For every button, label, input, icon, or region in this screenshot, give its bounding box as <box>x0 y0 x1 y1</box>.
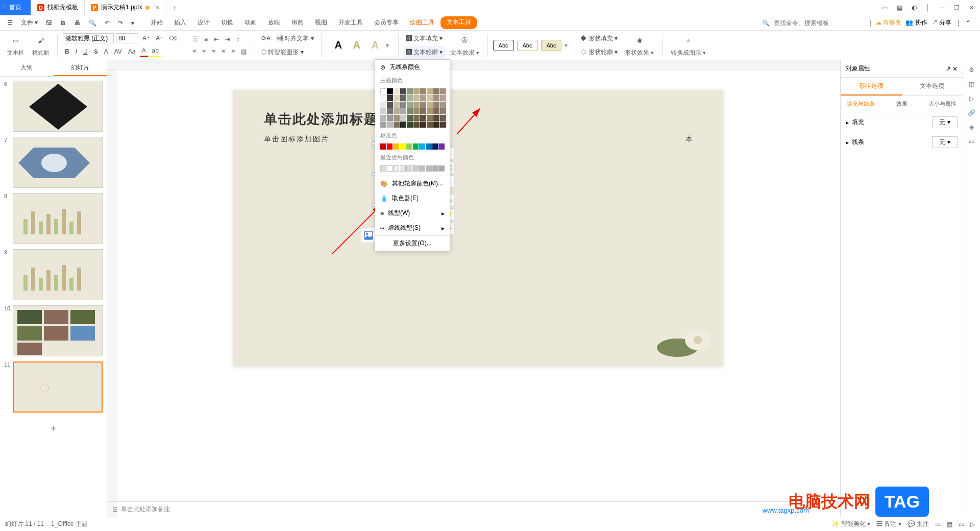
prop-popout-icon[interactable]: ↗ <box>946 65 951 73</box>
menu-drawtools[interactable]: 绘图工具 <box>405 16 439 29</box>
dd-eyedropper[interactable]: 💧取色器(E) <box>375 191 450 206</box>
file-menu[interactable]: 文件 ▾ <box>18 16 41 29</box>
theme-color-grid[interactable] <box>375 86 450 130</box>
search-icon[interactable]: 🔍 <box>762 19 770 27</box>
dd-more-settings[interactable]: 更多设置(O)... <box>375 236 450 251</box>
case-icon[interactable]: Aa <box>126 46 138 57</box>
prop-line-row[interactable]: ▸线条 无 ▾ <box>841 132 963 152</box>
undo-icon[interactable]: ↶ <box>102 17 113 29</box>
prop-fill-combo[interactable]: 无 ▾ <box>932 116 958 128</box>
tool-style-icon[interactable]: ◫ <box>969 81 974 88</box>
menu-insert[interactable]: 插入 <box>169 16 191 29</box>
apps-icon[interactable]: ▦ <box>895 2 904 13</box>
slide-canvas[interactable]: 单击此处添加标题 单击图标添加图片 本 ® − ◫ <box>233 90 723 366</box>
smartart-button[interactable]: ⬡ 转智能图形 ▾ <box>259 46 306 58</box>
style-preset-1[interactable]: Abc <box>493 40 514 51</box>
slide-thumb-7[interactable] <box>13 137 103 188</box>
font-size-combo[interactable]: 80 <box>116 33 138 43</box>
redo-icon[interactable]: ↷ <box>115 17 126 29</box>
slide-thumb-8[interactable] <box>13 193 103 244</box>
share-icon[interactable]: ↗ 分享 <box>932 18 951 27</box>
recent-color-row[interactable] <box>375 163 450 174</box>
menu-animations[interactable]: 动画 <box>239 16 262 29</box>
menu-design[interactable]: 设计 <box>192 16 215 29</box>
style-preset-3[interactable]: Abc <box>541 40 562 51</box>
print-icon[interactable]: 🖶 <box>71 17 84 29</box>
highlight-icon[interactable]: ab <box>150 45 161 57</box>
cloud-modify-icon[interactable]: ☁ 有修改 <box>875 18 901 27</box>
close-window-icon[interactable]: ✕ <box>967 2 976 13</box>
slide-thumb-10[interactable] <box>13 305 103 356</box>
underline-icon[interactable]: U <box>81 46 90 57</box>
slide-thumb-9[interactable] <box>13 249 103 300</box>
font-family-combo[interactable]: 微软雅黑 (正文) <box>63 33 114 43</box>
tab-templates[interactable]: D 找稻壳模板 <box>31 0 85 15</box>
distribute-icon[interactable]: ≡ <box>229 46 237 57</box>
layout-mode-icon[interactable]: ▭ <box>880 2 890 13</box>
prop-sub-effect[interactable]: 效果 <box>881 96 922 112</box>
font-color-icon[interactable]: A <box>140 45 148 57</box>
dd-no-line[interactable]: ⊘无线条颜色 <box>375 60 450 75</box>
menu-texttools[interactable]: 文本工具 <box>440 16 477 29</box>
shape-fill-button[interactable]: ◆ 形状填充 ▾ <box>578 33 620 44</box>
align-center-icon[interactable]: ≡ <box>200 46 208 57</box>
bullets-icon[interactable]: ☰ <box>190 34 200 44</box>
shape-outline-button[interactable]: ◇ 形状轮廓 ▾ <box>578 46 620 58</box>
notes-area[interactable]: ☰ 单击此处添加备注 <box>107 501 840 517</box>
view-sorter-icon[interactable]: ▦ <box>947 521 952 528</box>
standard-color-row[interactable] <box>375 141 450 152</box>
view-slideshow-icon[interactable]: ▷ <box>970 521 975 528</box>
text-outline-button[interactable]: 🅰 文本轮廓 ▾ <box>404 46 445 58</box>
minimize-icon[interactable]: — <box>937 2 947 13</box>
columns-icon[interactable]: ▥ <box>239 46 249 57</box>
strike-icon[interactable]: S̶ <box>92 46 100 57</box>
view-normal-icon[interactable]: ▭ <box>935 521 941 528</box>
menu-vip[interactable]: 会员专享 <box>369 16 404 29</box>
prop-fill-row[interactable]: ▸填充 无 ▾ <box>841 112 963 132</box>
align-right-icon[interactable]: ≡ <box>210 46 217 57</box>
increase-font-icon[interactable]: A⁺ <box>140 33 152 43</box>
menu-view[interactable]: 视图 <box>310 16 332 29</box>
collapse-panel-icon[interactable]: « <box>2 2 6 9</box>
slide-title-placeholder[interactable]: 单击此处添加标题 <box>264 110 378 128</box>
prop-sub-size[interactable]: 大小与属性 <box>922 96 963 112</box>
insert-image-icon[interactable] <box>361 228 376 243</box>
indent-inc-icon[interactable]: ⇥ <box>223 34 232 44</box>
tool-layout-icon[interactable]: ◈ <box>969 124 974 131</box>
menu-icon[interactable]: ☰ <box>4 17 16 29</box>
prop-close-icon[interactable]: ✕ <box>952 65 958 73</box>
textbox-icon[interactable]: ▭ <box>9 34 23 48</box>
linespacing-icon[interactable]: ↕ <box>234 34 241 44</box>
wordart-gallery[interactable]: A A A ▾ <box>327 38 393 53</box>
comments-toggle[interactable]: 💬 批注 <box>908 520 929 528</box>
menu-start[interactable]: 开始 <box>145 16 168 29</box>
new-slide-button[interactable]: + <box>4 418 103 440</box>
tab-close-icon[interactable]: × <box>156 4 160 12</box>
dd-line-type[interactable]: ≡线型(W)▸ <box>375 206 450 221</box>
view-reading-icon[interactable]: ▭ <box>959 521 964 528</box>
preview-icon[interactable]: 🔍 <box>86 17 100 29</box>
bold-icon[interactable]: B <box>63 46 71 57</box>
cooperate-icon[interactable]: 👥 协作 <box>905 18 927 27</box>
menu-review[interactable]: 审阅 <box>286 16 309 29</box>
menu-slideshow[interactable]: 放映 <box>263 16 285 29</box>
indent-dec-icon[interactable]: ⇤ <box>212 34 221 44</box>
tool-link-icon[interactable]: 🔗 <box>968 109 975 116</box>
text-fill-button[interactable]: 🅰 文本填充 ▾ <box>404 33 445 44</box>
slides-tab[interactable]: 幻灯片 <box>54 60 107 76</box>
text-effect-icon[interactable]: Ⓐ <box>457 33 472 47</box>
slide-subtitle-placeholder[interactable]: 单击图标添加图片 <box>264 135 329 144</box>
prop-line-combo[interactable]: 无 ▾ <box>932 136 958 148</box>
more-menu-icon[interactable]: ⋮ <box>955 19 962 27</box>
italic-icon[interactable]: I <box>74 46 79 57</box>
menu-developer[interactable]: 开发工具 <box>333 16 368 29</box>
menu-transitions[interactable]: 切换 <box>216 16 238 29</box>
slide-thumb-11[interactable] <box>13 361 103 413</box>
user-avatar[interactable]: ◐ <box>910 2 919 13</box>
outline-tab[interactable]: 大纲 <box>0 60 54 76</box>
prop-sub-fill[interactable]: 填充与线条 <box>841 96 881 112</box>
prop-tab-text[interactable]: 文本选项 <box>902 78 963 95</box>
tool-more-icon[interactable]: ▭ <box>969 138 974 145</box>
align-left-icon[interactable]: ≡ <box>190 46 198 57</box>
restore-icon[interactable]: ❐ <box>952 2 962 13</box>
